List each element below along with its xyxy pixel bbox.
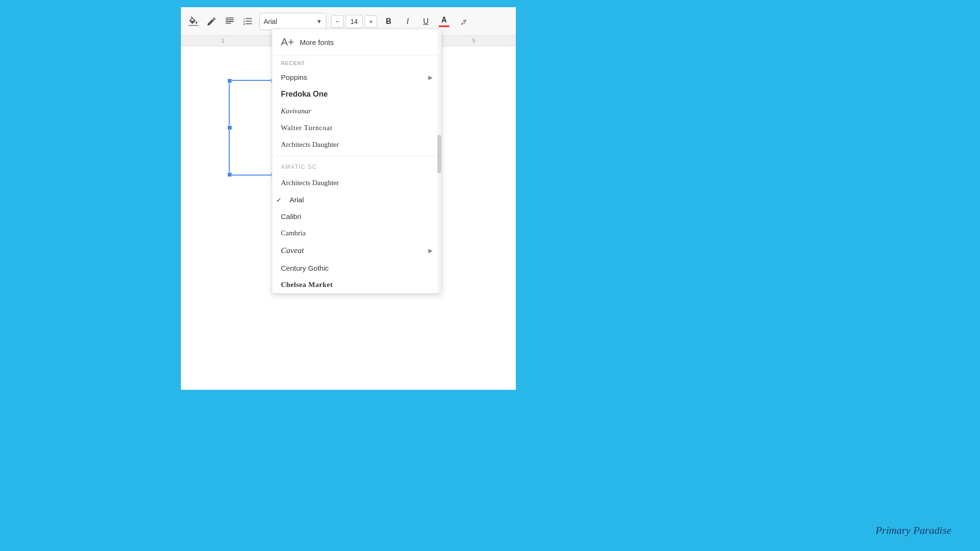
more-fonts-label: More fonts [300, 38, 334, 46]
font-item-fredoka-one[interactable]: Fredoka One [272, 86, 441, 103]
font-size-input[interactable] [345, 15, 363, 28]
more-fonts-icon: A+ [281, 36, 294, 48]
font-submenu-arrow-poppins: ▶ [428, 74, 433, 81]
font-name-century-gothic: Century Gothic [281, 264, 433, 272]
font-size-control: − + [331, 15, 377, 28]
italic-button[interactable]: I [401, 15, 414, 28]
ruler-mark: 5 [473, 38, 476, 44]
font-item-chelsea-market[interactable]: Chelsea Market [272, 276, 441, 293]
ruler-mark: 1 [222, 38, 224, 44]
more-fonts-button[interactable]: A+ More fonts [272, 29, 441, 55]
font-item-architects-daughter-recent[interactable]: Architects Daughter [272, 136, 441, 153]
increase-font-size-button[interactable]: + [365, 15, 377, 28]
font-name-calibri: Calibri [281, 212, 433, 220]
font-name-architects-daughter-recent: Architects Daughter [281, 141, 433, 149]
underline-button[interactable]: U [419, 15, 433, 28]
align-left-icon[interactable] [223, 15, 236, 28]
font-item-calibri[interactable]: Calibri [272, 208, 441, 225]
font-name-arial: Arial [281, 196, 433, 204]
font-item-poppins[interactable]: Poppins ▶ [272, 69, 441, 86]
font-selector-text: Arial [264, 18, 313, 25]
dropdown-scrollbar[interactable] [437, 29, 441, 293]
font-submenu-arrow-caveat: ▶ [428, 247, 433, 254]
font-item-arial[interactable]: ✓ Arial [272, 191, 441, 208]
text-color-indicator [439, 25, 449, 27]
svg-rect-0 [189, 25, 198, 26]
highlighter-icon[interactable] [457, 15, 470, 28]
dropdown-arrow-icon: ▼ [316, 18, 322, 25]
font-name-fredoka-one: Fredoka One [281, 90, 433, 99]
font-item-walter-turncoat[interactable]: Walter Turncoat [272, 120, 441, 136]
font-name-chelsea-market: Chelsea Market [281, 281, 433, 289]
font-selected-checkmark: ✓ [276, 196, 282, 204]
paint-bucket-icon[interactable] [187, 15, 200, 28]
pencil-icon[interactable] [205, 15, 218, 28]
font-name-amatic-sc: Amatic SC [281, 164, 433, 170]
numbered-list-icon[interactable] [241, 15, 255, 28]
font-dropdown: A+ More fonts RECENT Poppins ▶ Fredoka O… [272, 29, 442, 294]
font-name-architects-daughter: Architects Daughter [281, 179, 433, 187]
selection-handle-middle-left[interactable] [227, 125, 232, 130]
selection-handle-bottom-left[interactable] [227, 172, 232, 177]
font-name-walter-turncoat: Walter Turncoat [281, 124, 433, 132]
font-name-cambria: Cambria [281, 229, 433, 237]
font-item-architects-daughter[interactable]: Architects Daughter [272, 175, 441, 191]
text-color-label: A [441, 16, 447, 24]
bold-button[interactable]: B [382, 15, 395, 28]
font-name-caveat: Caveat [281, 246, 428, 255]
font-item-cambria[interactable]: Cambria [272, 225, 441, 242]
recent-section-header: RECENT [272, 55, 441, 69]
text-color-button[interactable]: A [437, 13, 451, 30]
decrease-font-size-button[interactable]: − [331, 15, 344, 28]
font-item-amatic-sc[interactable]: Amatic SC [272, 159, 441, 175]
section-divider [272, 156, 441, 156]
dropdown-scrollbar-thumb[interactable] [437, 135, 441, 173]
selection-handle-top-left[interactable] [227, 78, 232, 83]
branding-text: Primary Paradise [876, 524, 951, 537]
font-item-caveat[interactable]: Caveat ▶ [272, 242, 441, 260]
font-name-kavivanar: Kavivanar [281, 107, 433, 115]
font-item-century-gothic[interactable]: Century Gothic [272, 260, 441, 276]
font-name-poppins: Poppins [281, 73, 428, 81]
font-item-kavivanar[interactable]: Kavivanar [272, 103, 441, 120]
underline-label: U [423, 17, 429, 26]
font-selector[interactable]: Arial ▼ [259, 13, 326, 30]
